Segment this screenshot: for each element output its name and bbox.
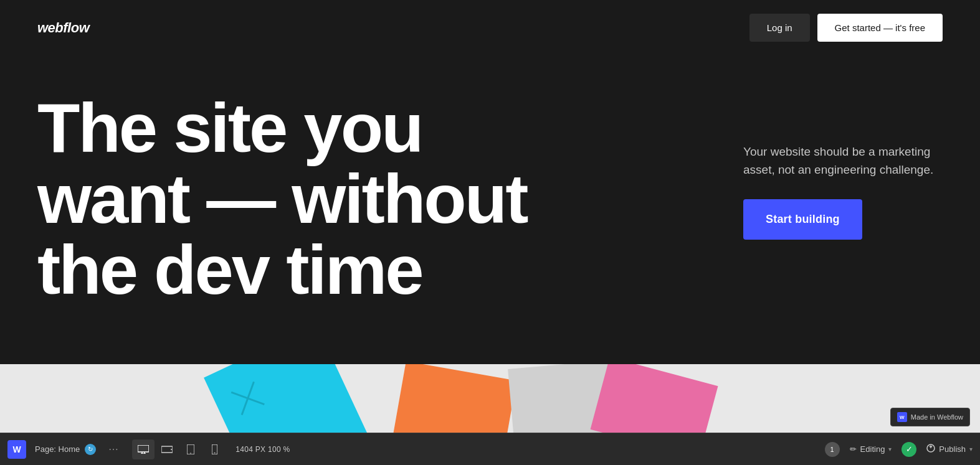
publish-button[interactable]: Publish ▾	[926, 444, 973, 454]
tablet-landscape-view-button[interactable]	[156, 439, 178, 459]
login-button[interactable]: Log in	[749, 14, 810, 42]
dimensions-label: 1404 PX 100 %	[235, 445, 290, 454]
headline-line3: the dev time	[37, 231, 422, 309]
hero-right: Your website should be a marketing asset…	[731, 93, 943, 240]
page-sync-icon[interactable]: ↻	[85, 444, 96, 455]
user-count-badge: 1	[825, 442, 840, 457]
header: webflow Log in Get started — it's free	[0, 0, 980, 55]
tablet-view-button[interactable]	[179, 439, 202, 459]
chevron-down-icon: ▾	[888, 446, 892, 453]
preview-inner	[0, 364, 980, 433]
publish-label: Publish	[939, 444, 966, 454]
page-label: Page: Home	[35, 444, 80, 454]
hero-section: The site you want — without the dev time…	[0, 55, 980, 392]
card-blue	[204, 364, 369, 433]
bottom-preview	[0, 364, 980, 433]
hero-headline: The site you want — without the dev time	[37, 93, 629, 306]
get-started-button[interactable]: Get started — it's free	[817, 14, 943, 42]
toolbar: W Page: Home ↻ ⋯	[0, 433, 980, 465]
publish-icon	[926, 444, 935, 454]
status-check-icon: ✓	[902, 442, 916, 457]
mobile-view-button[interactable]	[203, 439, 226, 459]
headline-line2: want — without	[37, 160, 526, 238]
hero-left: The site you want — without the dev time	[37, 93, 731, 306]
headline-line1: The site you	[37, 89, 422, 167]
card-orange	[393, 364, 516, 433]
svg-point-9	[190, 453, 191, 454]
made-in-webflow-label: Made in Webflow	[911, 413, 963, 421]
svg-point-7	[171, 449, 172, 450]
card-pink	[591, 364, 718, 433]
svg-line-1	[231, 382, 264, 415]
hero-subtext: Your website should be a marketing asset…	[743, 143, 943, 179]
pencil-icon: ✏	[850, 444, 857, 454]
publish-chevron-icon: ▾	[969, 446, 973, 453]
view-controls	[132, 439, 226, 459]
made-in-webflow-badge[interactable]: W Made in Webflow	[890, 408, 970, 426]
header-actions: Log in Get started — it's free	[749, 14, 943, 42]
logo: webflow	[37, 20, 89, 36]
webflow-mini-logo: W	[897, 412, 907, 422]
toolbar-page-info: Page: Home ↻	[35, 444, 96, 455]
svg-rect-2	[138, 445, 149, 452]
editing-mode-button[interactable]: ✏ Editing ▾	[850, 444, 892, 454]
start-building-button[interactable]: Start building	[743, 199, 862, 240]
more-options-button[interactable]: ⋯	[108, 443, 120, 455]
desktop-view-button[interactable]	[132, 439, 155, 459]
toolbar-logo: W	[7, 440, 26, 459]
editing-label: Editing	[860, 444, 885, 454]
